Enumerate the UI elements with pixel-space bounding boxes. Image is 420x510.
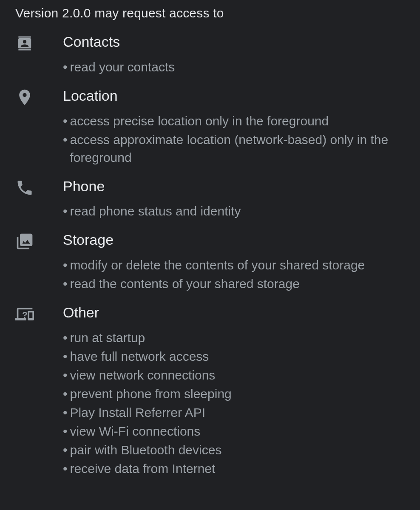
permission-detail: •access precise location only in the for… — [63, 112, 392, 130]
contacts-icon — [15, 33, 63, 53]
svg-text:?: ? — [22, 310, 27, 320]
permission-group-other: ? Other •run at startup •have full netwo… — [15, 304, 405, 486]
permission-details: •read your contacts — [63, 58, 405, 76]
permission-detail: •access approximate location (network-ba… — [63, 131, 392, 167]
permission-detail: •receive data from Internet — [63, 460, 392, 478]
permission-group-title: Other — [63, 304, 405, 321]
permission-details: •read phone status and identity — [63, 202, 405, 220]
permission-group-title: Location — [63, 87, 405, 105]
permission-detail: •read the contents of your shared storag… — [63, 275, 392, 293]
other-icon: ? — [15, 304, 63, 323]
permission-detail: •Play Install Referrer API — [63, 404, 392, 422]
permissions-dialog: Version 2.0.0 may request access to Cont… — [0, 0, 420, 497]
permission-group-title: Phone — [63, 178, 405, 195]
permission-group-contacts: Contacts •read your contacts — [15, 33, 405, 85]
permission-group-title: Contacts — [63, 33, 405, 51]
permission-details: •modify or delete the contents of your s… — [63, 256, 405, 293]
permission-detail: •read phone status and identity — [63, 202, 392, 220]
permission-detail: •read your contacts — [63, 58, 392, 76]
permission-detail: •pair with Bluetooth devices — [63, 441, 392, 459]
permission-detail: •modify or delete the contents of your s… — [63, 256, 392, 274]
permission-group-location: Location •access precise location only i… — [15, 87, 405, 175]
permission-group-phone: Phone •read phone status and identity — [15, 178, 405, 229]
phone-icon — [15, 178, 63, 197]
permission-details: •access precise location only in the for… — [63, 112, 405, 167]
permission-detail: •view Wi-Fi connections — [63, 422, 392, 440]
dialog-heading: Version 2.0.0 may request access to — [15, 6, 405, 20]
permission-group-title: Storage — [63, 231, 405, 249]
location-icon — [15, 87, 63, 107]
permission-detail: •view network connections — [63, 366, 392, 384]
storage-icon — [15, 231, 63, 251]
permission-detail: •prevent phone from sleeping — [63, 385, 392, 403]
permission-group-storage: Storage •modify or delete the contents o… — [15, 231, 405, 301]
permission-detail: •have full network access — [63, 348, 392, 366]
permission-detail: •run at startup — [63, 329, 392, 347]
permission-details: •run at startup •have full network acces… — [63, 329, 405, 478]
